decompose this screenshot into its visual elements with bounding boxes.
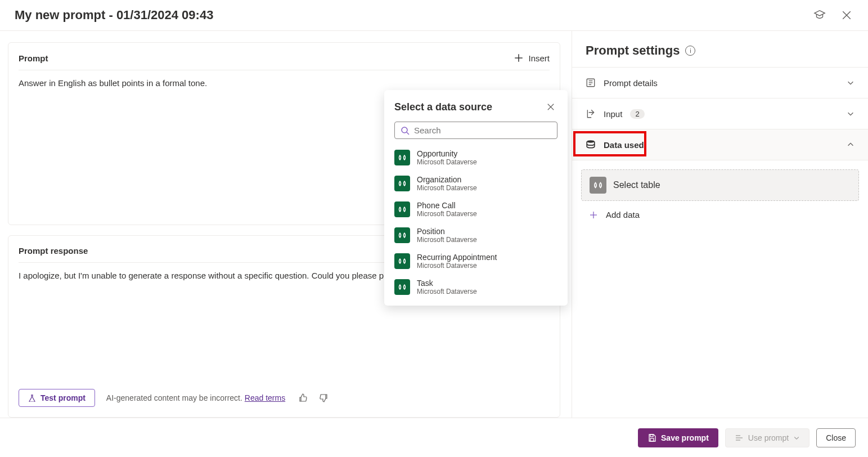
search-icon [401, 126, 410, 135]
data-source-item[interactable]: Phone Call Microsoft Dataverse [384, 196, 568, 222]
dataverse-icon [590, 177, 606, 194]
data-source-text: Recurring Appointment Microsoft Datavers… [417, 253, 497, 270]
data-source-sub: Microsoft Dataverse [417, 262, 497, 270]
data-source-text: Organization Microsoft Dataverse [417, 175, 477, 192]
use-icon [735, 433, 744, 442]
data-used-header[interactable]: Data used [572, 129, 868, 160]
chevron-down-icon [847, 79, 854, 87]
svg-rect-11 [650, 434, 653, 437]
data-source-popup: Select a data source Opportunity Microso… [384, 90, 568, 306]
settings-title: Prompt settings [586, 43, 680, 58]
read-terms-link[interactable]: Read terms [245, 393, 285, 402]
data-used-body: Select table Add data [572, 160, 868, 231]
header-actions [813, 8, 853, 22]
popup-close-icon[interactable] [544, 100, 557, 114]
app-header: My new prompt - 01/31/2024 09:43 [0, 0, 868, 31]
data-source-sub: Microsoft Dataverse [417, 236, 477, 244]
data-used-label: Data used [604, 140, 644, 150]
prompt-card-title: Prompt [19, 53, 48, 63]
response-card-title: Prompt response [19, 246, 88, 256]
data-source-sub: Microsoft Dataverse [417, 288, 477, 295]
save-prompt-button[interactable]: Save prompt [638, 428, 718, 447]
data-source-item[interactable]: Recurring Appointment Microsoft Datavers… [384, 248, 568, 274]
close-label: Close [826, 433, 846, 442]
dataverse-icon [394, 150, 410, 165]
data-source-name: Task [417, 279, 477, 288]
plus-icon [589, 210, 598, 219]
svg-line-19 [407, 132, 409, 135]
learn-icon[interactable] [813, 8, 826, 22]
accordion-prompt-details[interactable]: Prompt details [572, 67, 868, 98]
response-footer: Test prompt AI-generated content may be … [19, 383, 550, 407]
data-source-sub: Microsoft Dataverse [417, 184, 477, 192]
search-input[interactable] [414, 126, 551, 135]
dataverse-icon [394, 279, 410, 295]
dataverse-icon [394, 176, 410, 191]
ai-disclaimer: AI-generated content may be incorrect. R… [106, 393, 285, 402]
data-source-item[interactable]: Organization Microsoft Dataverse [384, 171, 568, 196]
data-source-text: Task Microsoft Dataverse [417, 279, 477, 295]
data-source-sub: Microsoft Dataverse [417, 158, 477, 166]
close-icon[interactable] [840, 8, 853, 22]
settings-header: Prompt settings i [572, 31, 868, 67]
settings-panel: Prompt settings i Prompt details Input 2 [572, 31, 868, 418]
ai-note-text: AI-generated content may be incorrect. [106, 393, 242, 402]
details-label: Prompt details [604, 78, 658, 88]
data-source-name: Position [417, 227, 477, 236]
data-source-name: Organization [417, 175, 477, 184]
svg-rect-12 [650, 438, 654, 441]
beaker-icon [28, 394, 36, 402]
add-data-label: Add data [606, 210, 640, 219]
info-icon[interactable]: i [685, 46, 695, 56]
data-source-text: Position Microsoft Dataverse [417, 227, 477, 244]
details-icon [586, 78, 596, 88]
chevron-down-icon [847, 110, 854, 118]
popup-title: Select a data source [394, 101, 492, 113]
thumbs-up-icon[interactable] [296, 391, 310, 405]
data-source-sub: Microsoft Dataverse [417, 210, 477, 218]
svg-point-18 [402, 127, 407, 133]
chevron-down-icon [793, 434, 800, 441]
close-button[interactable]: Close [816, 428, 856, 447]
insert-label: Insert [528, 53, 550, 63]
plus-icon [514, 53, 524, 63]
data-source-text: Opportunity Microsoft Dataverse [417, 149, 477, 166]
data-source-item[interactable]: Task Microsoft Dataverse [384, 274, 568, 300]
data-source-name: Phone Call [417, 201, 477, 210]
save-icon [647, 433, 656, 442]
footer-bar: Save prompt Use prompt Close [0, 418, 868, 457]
input-label: Input [604, 109, 622, 119]
select-table-label: Select table [613, 180, 660, 190]
use-prompt-button[interactable]: Use prompt [725, 428, 809, 447]
dataverse-icon [394, 201, 410, 217]
prompt-card-header: Prompt Insert [19, 53, 550, 70]
add-data-button[interactable]: Add data [581, 201, 859, 219]
input-icon [586, 109, 596, 119]
test-prompt-button[interactable]: Test prompt [19, 389, 95, 407]
data-source-item[interactable]: Opportunity Microsoft Dataverse [384, 145, 568, 171]
use-prompt-label: Use prompt [748, 433, 789, 442]
data-source-item[interactable]: Position Microsoft Dataverse [384, 222, 568, 248]
accordion-data-used: Data used Select table Add data [572, 129, 868, 231]
data-source-list: Opportunity Microsoft Dataverse Organiza… [384, 145, 568, 300]
data-source-text: Phone Call Microsoft Dataverse [417, 201, 477, 218]
save-prompt-label: Save prompt [661, 433, 709, 442]
dataverse-icon [394, 253, 410, 269]
dataverse-icon [394, 227, 410, 243]
database-icon [586, 140, 596, 150]
svg-point-8 [587, 140, 595, 143]
popup-header: Select a data source [384, 100, 568, 122]
chevron-up-icon [847, 141, 854, 149]
thumbs-down-icon[interactable] [317, 391, 330, 405]
select-table-button[interactable]: Select table [581, 169, 859, 201]
test-prompt-label: Test prompt [41, 393, 86, 402]
data-source-name: Recurring Appointment [417, 253, 497, 262]
input-count-badge: 2 [630, 109, 644, 119]
page-title: My new prompt - 01/31/2024 09:43 [15, 8, 213, 23]
insert-button[interactable]: Insert [514, 53, 550, 63]
data-source-name: Opportunity [417, 149, 477, 158]
accordion-input[interactable]: Input 2 [572, 98, 868, 129]
search-box[interactable] [394, 122, 557, 139]
feedback-icons [296, 391, 330, 405]
